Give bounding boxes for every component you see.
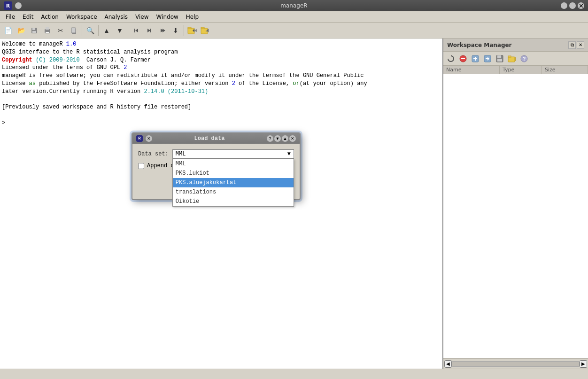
menu-action[interactable]: Action bbox=[37, 13, 62, 21]
ws-refresh-icon[interactable] bbox=[445, 53, 456, 64]
workspace-scrollbar[interactable]: ◀ ▶ bbox=[443, 358, 588, 369]
titlebar-controls: ✕ bbox=[561, 2, 584, 9]
scroll-right-button[interactable]: ▶ bbox=[580, 360, 587, 368]
svg-marker-8 bbox=[135, 29, 138, 32]
menu-window[interactable]: Window bbox=[152, 13, 182, 21]
chevron-down-icon: ▼ bbox=[287, 151, 291, 157]
workspace-header: Workspace Manager ⧉ ✕ bbox=[443, 39, 588, 52]
app-logo: R bbox=[4, 1, 12, 10]
dialog-restore-button[interactable]: ▲ bbox=[282, 135, 288, 142]
print-icon[interactable] bbox=[41, 24, 54, 37]
menu-workspace[interactable]: Workspace bbox=[62, 13, 101, 21]
menu-help[interactable]: Help bbox=[182, 13, 202, 21]
new-file-icon[interactable]: 📄 bbox=[2, 24, 14, 37]
ws-help-icon[interactable]: ? bbox=[518, 53, 530, 64]
window-close-button[interactable] bbox=[15, 2, 22, 9]
workspace-float-button[interactable]: ⧉ bbox=[568, 41, 576, 49]
window-maximize-button[interactable] bbox=[569, 2, 576, 9]
svg-rect-19 bbox=[201, 27, 204, 29]
forward-icon[interactable] bbox=[143, 24, 155, 37]
col-type-header: Type bbox=[500, 66, 542, 74]
find-icon[interactable]: 🔍 bbox=[84, 24, 96, 37]
run-up-icon[interactable]: ▲ bbox=[101, 24, 113, 37]
scroll-track[interactable] bbox=[452, 361, 580, 367]
copy-icon[interactable] bbox=[68, 24, 80, 37]
svg-rect-7 bbox=[71, 28, 76, 33]
dropdown-item-translations[interactable]: translations bbox=[173, 187, 294, 197]
open-file-icon[interactable]: 📂 bbox=[15, 24, 27, 37]
dropdown-item-pks-aluejakokartat[interactable]: PKS.aluejakokartat bbox=[173, 178, 294, 187]
menu-analysis[interactable]: Analysis bbox=[101, 13, 132, 21]
dataset-label: Data set: bbox=[138, 151, 169, 157]
col-name-header: Name bbox=[443, 66, 500, 74]
svg-rect-1 bbox=[32, 28, 35, 30]
svg-rect-31 bbox=[497, 55, 501, 58]
dataset-value: MML bbox=[176, 151, 186, 157]
toolbar: 📄 📂 ✂ 🔍 ▲ ▼ ⬇ bbox=[0, 23, 588, 39]
workspace-title: Workspace Manager bbox=[447, 42, 512, 48]
dataset-select-display[interactable]: MML ▼ bbox=[172, 149, 294, 159]
svg-rect-35 bbox=[515, 57, 516, 61]
window-title: manageR bbox=[280, 2, 307, 9]
cut-icon[interactable]: ✂ bbox=[54, 24, 67, 37]
workspace-save-icon[interactable] bbox=[199, 24, 211, 37]
svg-rect-9 bbox=[134, 29, 135, 32]
svg-rect-11 bbox=[150, 29, 151, 32]
svg-marker-13 bbox=[162, 29, 165, 32]
col-size-header: Size bbox=[542, 66, 588, 74]
workspace-body bbox=[443, 74, 588, 358]
menu-file[interactable]: File bbox=[2, 13, 19, 21]
svg-rect-34 bbox=[508, 56, 511, 57]
workspace-table-header: Name Type Size bbox=[443, 66, 588, 74]
append-checkbox[interactable] bbox=[138, 163, 144, 169]
dialog-logo: R bbox=[136, 135, 143, 142]
dropdown-item-oikotie[interactable]: Oikotie bbox=[173, 197, 294, 206]
workspace-window-controls: ⧉ ✕ bbox=[568, 41, 584, 49]
dialog-close-button-right[interactable]: ✕ bbox=[289, 135, 296, 142]
append-label: Append d bbox=[147, 162, 174, 169]
window-minimize-button[interactable] bbox=[561, 2, 567, 9]
workspace-panel: Workspace Manager ⧉ ✕ bbox=[443, 39, 588, 369]
save-file-icon[interactable] bbox=[28, 24, 40, 37]
ws-export-icon[interactable] bbox=[482, 53, 493, 64]
ws-folder-icon[interactable] bbox=[506, 53, 518, 64]
menubar: File Edit Action Workspace Analysis View… bbox=[0, 11, 588, 23]
console-text: Welcome to manageR 1.0 QGIS interface to… bbox=[2, 40, 441, 127]
dataset-select-wrapper: MML ▼ MML PKS.lukiot PKS.aluejakokartat … bbox=[172, 149, 294, 159]
back-icon[interactable] bbox=[130, 24, 142, 37]
dialog-minimize-button[interactable]: ▼ bbox=[274, 135, 281, 142]
dialog-body: Data set: MML ▼ MML PKS.lukiot PKS.aluej… bbox=[132, 144, 300, 178]
menu-view[interactable]: View bbox=[132, 13, 152, 21]
dialog-window-controls: ? ▼ ▲ ✕ bbox=[267, 135, 296, 142]
stop-icon[interactable]: ⬇ bbox=[170, 24, 182, 37]
svg-rect-2 bbox=[32, 31, 36, 33]
dialog-title: Load data bbox=[194, 135, 225, 142]
scroll-left-button[interactable]: ◀ bbox=[444, 360, 452, 368]
window-close-button-right[interactable]: ✕ bbox=[578, 2, 584, 9]
titlebar-left: R bbox=[4, 1, 22, 10]
dropdown-item-mml[interactable]: MML bbox=[173, 159, 294, 169]
svg-marker-10 bbox=[147, 29, 150, 32]
svg-text:?: ? bbox=[523, 56, 526, 62]
workspace-load-icon[interactable] bbox=[186, 24, 198, 37]
ws-remove-icon[interactable] bbox=[457, 53, 469, 64]
console-area[interactable]: Welcome to manageR 1.0 QGIS interface to… bbox=[0, 39, 443, 369]
workspace-toolbar: ? bbox=[443, 52, 588, 66]
ws-add-icon[interactable] bbox=[470, 53, 481, 64]
main-layout: Welcome to manageR 1.0 QGIS interface to… bbox=[0, 39, 588, 369]
workspace-close-button[interactable]: ✕ bbox=[577, 41, 584, 49]
statusbar bbox=[0, 369, 588, 379]
reload-icon[interactable] bbox=[156, 24, 169, 37]
menu-edit[interactable]: Edit bbox=[19, 13, 37, 21]
svg-rect-33 bbox=[508, 57, 515, 62]
ws-save-icon[interactable] bbox=[494, 53, 505, 64]
svg-rect-5 bbox=[46, 32, 49, 33]
dialog-help-button-title[interactable]: ? bbox=[267, 135, 273, 142]
dialog-close-button[interactable]: ✕ bbox=[146, 135, 152, 142]
svg-rect-32 bbox=[497, 59, 502, 62]
dropdown-list: MML PKS.lukiot PKS.aluejakokartat transl… bbox=[172, 159, 294, 207]
run-down-icon[interactable]: ▼ bbox=[114, 24, 126, 37]
titlebar: R manageR ✕ bbox=[0, 0, 588, 11]
load-data-dialog[interactable]: R ✕ Load data ? ▼ ▲ ✕ Data set: MML bbox=[132, 132, 301, 200]
dropdown-item-pks-lukiot[interactable]: PKS.lukiot bbox=[173, 169, 294, 178]
